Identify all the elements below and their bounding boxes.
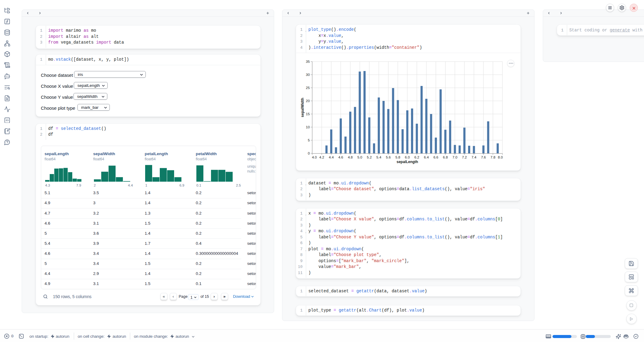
svg-text:5.8: 5.8	[395, 155, 400, 159]
svg-text:7.4: 7.4	[471, 155, 477, 159]
svg-text:sepalWidth: sepalWidth	[300, 98, 305, 117]
svg-text:5.2: 5.2	[367, 155, 372, 159]
svg-text:5.4: 5.4	[377, 155, 382, 159]
svg-text:6.4: 6.4	[424, 155, 429, 159]
svg-text:0: 0	[308, 151, 310, 155]
svg-text:35: 35	[306, 60, 310, 63]
svg-text:15: 15	[306, 112, 310, 116]
svg-text:30: 30	[306, 73, 310, 77]
svg-text:7.2: 7.2	[462, 155, 467, 159]
svg-text:5: 5	[308, 138, 310, 142]
svg-text:7.6: 7.6	[481, 155, 486, 159]
svg-text:sepalLength: sepalLength	[397, 160, 418, 164]
svg-text:10: 10	[306, 125, 310, 129]
svg-text:5.0: 5.0	[357, 155, 362, 159]
svg-text:7.0: 7.0	[453, 155, 457, 159]
svg-text:6.2: 6.2	[414, 155, 419, 159]
svg-text:6.0: 6.0	[405, 155, 410, 159]
svg-text:20: 20	[306, 99, 310, 103]
svg-text:25: 25	[306, 86, 310, 90]
svg-text:4.6: 4.6	[338, 155, 343, 159]
svg-text:7.8: 7.8	[491, 155, 496, 159]
svg-text:5.6: 5.6	[386, 155, 391, 159]
svg-text:4.4: 4.4	[329, 155, 334, 159]
svg-text:4.2: 4.2	[319, 155, 324, 159]
svg-text:4.0: 4.0	[312, 155, 317, 159]
svg-text:6.6: 6.6	[434, 155, 438, 159]
svg-text:6.8: 6.8	[443, 155, 448, 159]
svg-text:4.8: 4.8	[348, 155, 353, 159]
svg-text:8.0: 8.0	[498, 155, 503, 159]
